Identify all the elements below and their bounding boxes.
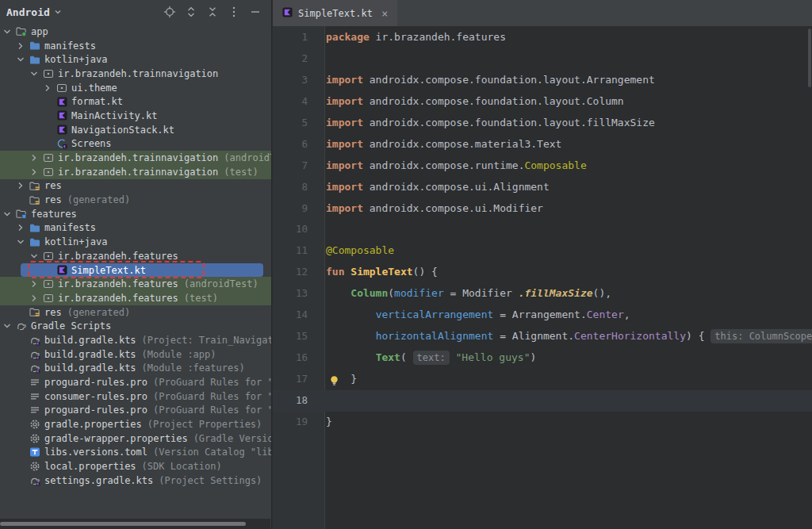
line-number[interactable]: 13 [273, 283, 308, 305]
line-number[interactable]: 8 [273, 177, 308, 198]
line-number[interactable]: 4 [273, 91, 308, 113]
chevron-down-icon[interactable] [16, 236, 29, 247]
tree-item-ir-brazandeh-features[interactable]: ir.brazandeh.features(test) [0, 291, 271, 305]
tree-item-res[interactable]: res(generated) [0, 193, 271, 207]
tree-item-ui-theme[interactable]: ui.theme [0, 81, 271, 95]
hide-panel-icon[interactable] [249, 6, 262, 18]
line-number[interactable]: 7 [273, 155, 308, 177]
line-number[interactable]: 14 [273, 305, 308, 326]
code-line-3[interactable]: 3import androidx.compose.foundation.layo… [273, 70, 812, 91]
tree-item-gradle-scripts[interactable]: Gradle Scripts [0, 319, 271, 333]
code-line-9[interactable]: 9import androidx.compose.ui.Modifier [273, 198, 812, 220]
tree-item-manifests[interactable]: manifests [0, 39, 271, 53]
tree-item-gradle-wrapper-properties[interactable]: gradle-wrapper.properties(Gradle Version… [0, 431, 271, 446]
chevron-right-icon[interactable] [29, 152, 43, 163]
tree-item-local-properties[interactable]: local.properties(SDK Location) [0, 459, 271, 473]
code-line-10[interactable]: 10 [273, 219, 812, 240]
chevron-down-icon[interactable] [2, 209, 16, 220]
code-line-17[interactable]: 17 } [273, 369, 812, 390]
code-line-11[interactable]: 11@Composable [273, 240, 812, 262]
chevron-right-icon[interactable] [29, 293, 43, 304]
chevron-right-icon[interactable] [16, 180, 29, 191]
tree-item-build-gradle-kts[interactable]: build.gradle.kts(Module :app) [0, 347, 271, 362]
code-line-7[interactable]: 7import androidx.compose.runtime.Composa… [273, 155, 812, 177]
line-number[interactable]: 18 [273, 390, 308, 412]
tree-item-gradle-properties[interactable]: gradle.properties(Project Properties) [0, 417, 271, 431]
code-line-18[interactable]: 18 [273, 390, 812, 412]
horizontal-scrollbar[interactable] [0, 522, 246, 526]
project-view-selector[interactable]: Android [6, 6, 62, 18]
tree-item-proguard-rules-pro[interactable]: proguard-rules.pro(ProGuard Rules for ":… [0, 375, 271, 389]
code-line-12[interactable]: 12fun SimpleText() { [273, 262, 812, 283]
chevron-right-icon[interactable] [43, 82, 56, 94]
code-line-2[interactable]: 2 [273, 48, 812, 70]
chevron-right-icon[interactable] [16, 222, 29, 233]
close-icon[interactable]: × [381, 8, 388, 19]
line-number[interactable]: 1 [273, 27, 308, 48]
chevron-down-icon[interactable] [29, 68, 43, 79]
tree-item-navigationstack-kt[interactable]: NavigationStack.kt [0, 123, 271, 137]
code-editor[interactable]: 1package ir.brazandeh.features23import a… [273, 27, 812, 433]
line-number[interactable]: 5 [273, 113, 308, 134]
chevron-right-icon[interactable] [29, 278, 43, 289]
tree-item-ir-brazandeh-features[interactable]: ir.brazandeh.features [0, 249, 271, 263]
tree-item-app[interactable]: app [0, 25, 271, 39]
tree-item-ir-brazandeh-trainnavigation[interactable]: ir.brazandeh.trainnavigation(test) [0, 165, 271, 179]
line-number[interactable]: 16 [273, 347, 308, 369]
line-number[interactable]: 11 [273, 240, 308, 262]
expand-all-icon[interactable] [185, 6, 197, 18]
tree-item-manifests[interactable]: manifests [0, 221, 271, 236]
tree-item-proguard-rules-pro[interactable]: proguard-rules.pro(ProGuard Rules for ":… [0, 404, 271, 418]
tree-item-ir-brazandeh-trainnavigation[interactable]: ir.brazandeh.trainnavigation [0, 67, 271, 81]
tree-item-res[interactable]: res [0, 179, 271, 194]
code-line-6[interactable]: 6import androidx.compose.material3.Text [273, 134, 812, 155]
line-number[interactable]: 15 [273, 326, 308, 347]
line-number[interactable]: 2 [273, 48, 308, 70]
tree-item-build-gradle-kts[interactable]: build.gradle.kts(Project: Train_Navigati… [0, 333, 271, 347]
code-line-8[interactable]: 8import androidx.compose.ui.Alignment [273, 177, 812, 198]
tree-item-screens[interactable]: Screens [0, 137, 271, 151]
tree-item-settings-gradle-kts[interactable]: settings.gradle.kts(Project Settings) [0, 473, 271, 488]
tree-item-format-kt[interactable]: format.kt [0, 94, 271, 109]
token-kw: import [326, 181, 363, 193]
tree-item-kotlin-java[interactable]: kotlin+java [0, 235, 271, 249]
chevron-down-icon[interactable] [29, 251, 43, 262]
tree-item-ir-brazandeh-features[interactable]: ir.brazandeh.features(androidTest) [0, 277, 271, 291]
tree-item-ir-brazandeh-trainnavigation[interactable]: ir.brazandeh.trainnavigation(androidTest… [0, 151, 271, 165]
tree-item-mainactivity-kt[interactable]: MainActivity.kt [0, 109, 271, 123]
token-param: verticalArrangement [376, 309, 494, 320]
line-number[interactable]: 6 [273, 134, 308, 155]
line-number[interactable]: 17 [273, 369, 308, 390]
chevron-right-icon[interactable] [29, 167, 43, 178]
code-line-14[interactable]: 14 verticalArrangement = Arrangement.Cen… [273, 305, 812, 326]
code-line-4[interactable]: 4import androidx.compose.foundation.layo… [273, 91, 812, 113]
chevron-right-icon[interactable] [16, 40, 29, 52]
chevron-down-icon[interactable] [2, 320, 16, 332]
code-line-19[interactable]: 19} [273, 412, 812, 433]
tab-simpletext[interactable]: SimpleText.kt × [273, 0, 397, 26]
chevron-down-icon[interactable] [2, 26, 16, 37]
vertical-scrollbar[interactable] [808, 29, 811, 87]
line-number[interactable]: 19 [273, 412, 308, 433]
tree-item-kotlin-java[interactable]: kotlin+java [0, 52, 271, 67]
more-options-icon[interactable] [228, 6, 240, 18]
line-number[interactable]: 10 [273, 219, 308, 240]
code-line-16[interactable]: 16 Text( text: "Hello guys") [273, 347, 812, 369]
code-line-5[interactable]: 5import androidx.compose.foundation.layo… [273, 113, 812, 134]
tree-item-consumer-rules-pro[interactable]: consumer-rules.pro(ProGuard Rules for ":… [0, 389, 271, 404]
code-line-13[interactable]: 13 Column(modifier = Modifier .fillMaxSi… [273, 283, 812, 305]
line-number[interactable]: 12 [273, 262, 308, 283]
tree-item-res[interactable]: res(generated) [0, 305, 271, 320]
intention-bulb-icon[interactable] [329, 374, 339, 395]
tree-item-libs-versions-toml[interactable]: libs.versions.toml(Version Catalog "libs… [0, 446, 271, 460]
line-number[interactable]: 3 [273, 70, 308, 91]
tree-item-build-gradle-kts[interactable]: build.gradle.kts(Module :features) [0, 362, 271, 376]
line-number[interactable]: 9 [273, 198, 308, 220]
code-line-15[interactable]: 15 horizontalAlignment = Alignment.Cente… [273, 326, 812, 347]
code-line-1[interactable]: 1package ir.brazandeh.features [273, 27, 812, 48]
chevron-down-icon[interactable] [16, 54, 29, 65]
collapse-all-icon[interactable] [206, 6, 219, 18]
tree-item-features[interactable]: features [0, 207, 271, 221]
tree-item-simpletext-kt[interactable]: SimpleText.kt [0, 263, 271, 278]
locate-file-icon[interactable] [163, 6, 176, 18]
